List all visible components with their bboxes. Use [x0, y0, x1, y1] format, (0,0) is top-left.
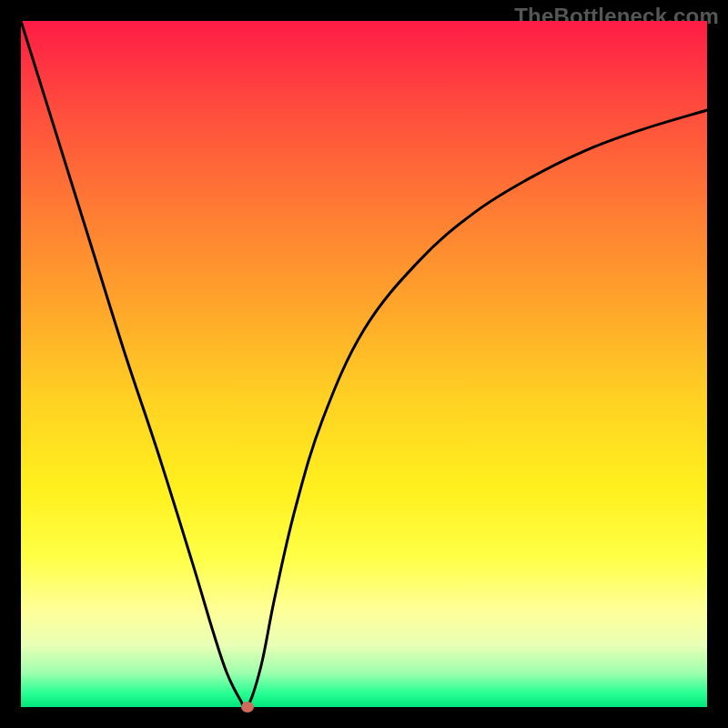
- chart-stage: TheBottleneck.com: [0, 0, 728, 728]
- curve-path: [21, 21, 707, 710]
- minimum-point-marker: [241, 702, 254, 713]
- curve-layer: [21, 21, 707, 707]
- plot-area: [21, 21, 707, 707]
